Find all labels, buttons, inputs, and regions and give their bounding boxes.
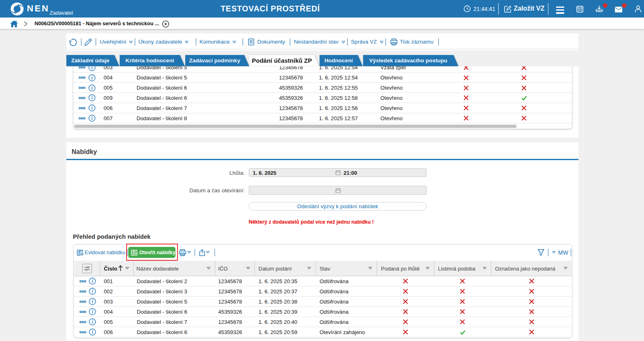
- svg-text:i: i: [92, 309, 94, 314]
- svg-text:i: i: [92, 299, 94, 304]
- svg-text:i: i: [92, 330, 94, 334]
- svg-text:i: i: [91, 75, 93, 80]
- svg-text:i: i: [91, 86, 93, 90]
- svg-text:i: i: [91, 106, 93, 111]
- svg-text:i: i: [91, 96, 93, 101]
- svg-text:i: i: [91, 116, 93, 121]
- svg-text:i: i: [91, 66, 93, 70]
- svg-text:i: i: [92, 319, 94, 324]
- svg-text:i: i: [92, 289, 94, 294]
- svg-text:i: i: [92, 279, 94, 284]
